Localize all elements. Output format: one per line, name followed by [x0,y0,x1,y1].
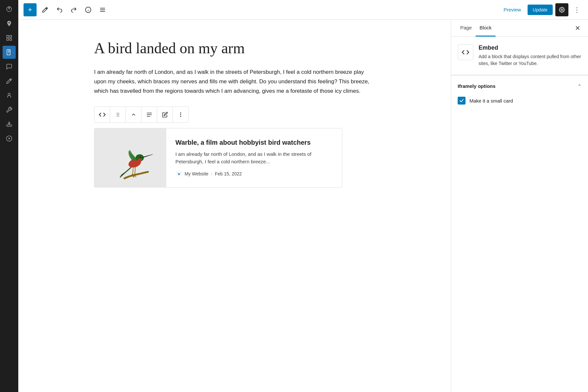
embed-card-image [94,128,166,187]
add-block-button[interactable]: + [24,3,37,16]
list-view-button[interactable] [97,4,108,16]
redo-button[interactable] [68,4,80,16]
edit-tool-button[interactable] [39,4,51,16]
svg-rect-1 [7,36,9,38]
svg-rect-8 [7,125,12,126]
embed-card-site: My Website [185,171,208,176]
tab-page[interactable]: Page [456,20,476,37]
svg-point-29 [180,116,181,117]
patterns-icon[interactable] [3,31,16,44]
svg-point-28 [180,114,181,115]
small-card-checkbox[interactable] [458,97,466,105]
tab-block[interactable]: Block [476,20,496,37]
chevron-up-icon: ⌃ [578,84,581,89]
bird-illustration [104,128,156,187]
settings-button[interactable] [555,3,568,16]
block-type-name: Embed [479,44,581,51]
block-info-section: Embed Add a block that displays content … [451,37,588,75]
iframely-content: Make it a small card [458,91,581,110]
svg-point-23 [118,116,119,116]
svg-marker-10 [8,138,10,140]
block-toolbar [94,106,189,123]
plugins-icon[interactable] [3,118,16,131]
embed-card-date: Feb 15, 2022 [215,171,242,176]
panel-close-button[interactable]: ✕ [572,23,583,33]
svg-point-21 [118,114,119,115]
iframely-title: Iframely options [458,83,496,89]
embed-card-content: Warble, a film about hobbyist bird watch… [166,128,342,187]
embed-block-icon-btn[interactable] [94,107,110,122]
iframely-section: Iframely options ⌃ Make it a small card [451,75,588,115]
drag-handle-btn[interactable] [110,107,126,122]
embed-card-excerpt: I am already far north of London, and as… [175,151,333,165]
play-icon[interactable] [3,132,16,145]
pin-icon[interactable] [3,17,16,30]
tools-icon[interactable] [3,103,16,116]
svg-rect-3 [7,39,9,41]
brush-icon[interactable] [3,74,16,88]
embed-card: Warble, a film about hobbyist bird watch… [94,128,342,188]
pages-icon[interactable] [3,46,16,59]
svg-point-18 [117,113,117,113]
block-type-desc: Add a block that displays content pulled… [479,53,581,67]
comments-icon[interactable] [3,60,16,73]
design-icon[interactable] [3,3,16,16]
post-title[interactable]: A bird landed on my arm [94,39,375,57]
small-card-row: Make it a small card [458,97,581,105]
svg-point-22 [117,116,117,116]
small-card-label: Make it a small card [469,98,513,104]
move-up-down-btn[interactable] [126,107,141,122]
info-button[interactable] [82,4,94,16]
sidebar [0,0,18,392]
svg-point-7 [8,93,10,95]
users-icon[interactable] [3,89,16,102]
block-more-btn[interactable] [173,107,188,122]
align-btn[interactable] [141,107,157,122]
update-button[interactable]: Update [528,5,553,15]
embed-card-meta: My Website · Feb 15, 2022 [175,171,333,177]
svg-point-19 [118,113,119,113]
iframely-header[interactable]: Iframely options ⌃ [458,81,581,91]
block-type-icon [458,44,473,60]
edit-block-btn[interactable] [157,107,173,122]
wordpress-logo [175,171,182,177]
more-menu-button[interactable]: ⋮ [571,4,583,16]
editor-area: A bird landed on my arm I am already far… [18,20,451,392]
embed-card-title: Warble, a film about hobbyist bird watch… [175,138,333,147]
svg-point-34 [141,156,141,157]
svg-rect-2 [10,36,12,38]
undo-button[interactable] [54,4,65,16]
svg-point-17 [561,9,563,10]
preview-button[interactable]: Preview [499,7,525,12]
svg-point-20 [117,114,117,115]
svg-rect-4 [10,39,12,41]
right-panel: Page Block ✕ Embed Add a block that disp… [451,20,588,392]
svg-point-32 [138,158,142,162]
panel-tabs: Page Block ✕ [451,20,588,37]
svg-point-27 [180,112,181,113]
post-body[interactable]: I am already far north of London, and as… [94,68,375,96]
top-toolbar: + Preview Update ⋮ [18,0,588,20]
svg-point-33 [140,156,142,157]
embed-card-dot: · [211,171,212,176]
